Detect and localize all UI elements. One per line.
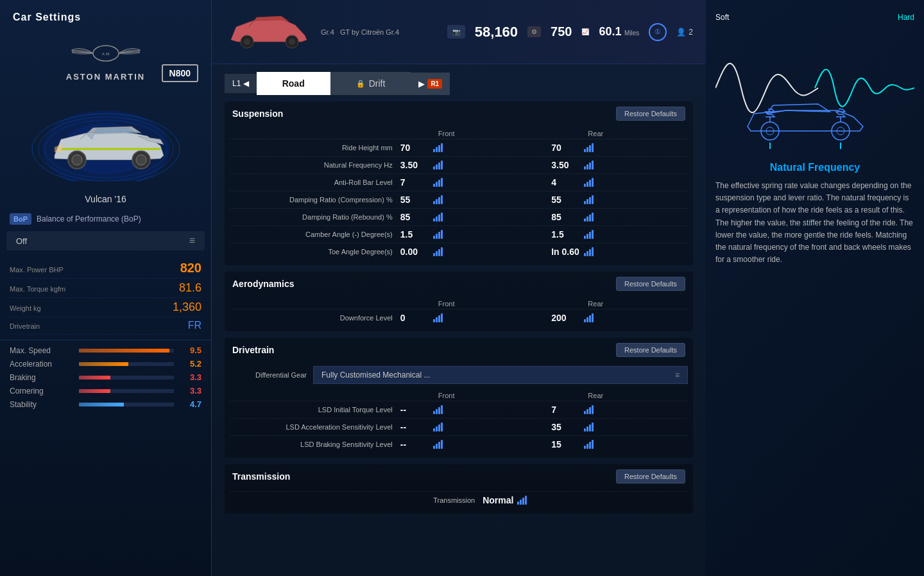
tab-prev-button[interactable]: L1 ◀ [225, 74, 257, 93]
menu-icon: ≡ [189, 235, 195, 247]
rear-value-cell[interactable]: 4 [551, 177, 683, 188]
rating-value: 4.7 [179, 399, 201, 409]
rear-bar-icon [584, 423, 594, 432]
suspension-restore-button[interactable]: Restore Defaults [616, 107, 685, 121]
aerodynamics-table: Front Rear Downforce Level 0 200 [225, 296, 693, 331]
rear-bar-icon [584, 247, 594, 256]
suspension-col-headers: Front Rear [230, 128, 688, 139]
front-value-cell[interactable]: 0.00 [400, 247, 532, 257]
transmission-restore-button[interactable]: Restore Defaults [616, 469, 685, 484]
dt-rear-header: Rear [533, 392, 658, 399]
front-value-cell[interactable]: 3.50 [400, 160, 532, 170]
front-value-cell[interactable]: -- [400, 405, 532, 415]
right-panel: Soft Hard [706, 0, 924, 576]
front-value: 0 [400, 313, 429, 323]
rear-value-cell[interactable]: 35 [551, 422, 683, 432]
svg-point-13 [244, 39, 250, 45]
rating-bar [79, 403, 124, 406]
settings-icon[interactable]: ⚙ [527, 26, 541, 37]
drivetrain-col-headers: Front Rear [230, 390, 688, 401]
front-value-cell[interactable]: 70 [400, 143, 532, 153]
svg-point-10 [136, 155, 146, 165]
rear-value-cell[interactable]: 55 [551, 195, 683, 205]
front-value-cell[interactable]: 1.5 [400, 229, 532, 240]
front-value-cell[interactable]: -- [400, 422, 532, 432]
sidebar: Car Settings AM ASTON MARTIN N800 [0, 0, 212, 576]
rear-bar-icon [584, 143, 594, 152]
front-value: 55 [400, 195, 429, 205]
rating-label: Acceleration [10, 360, 74, 369]
rear-value-cell[interactable]: In 0.60 [551, 247, 683, 257]
tab-road-button[interactable]: Road [257, 72, 330, 95]
off-row[interactable]: Off ≡ [6, 231, 205, 250]
rear-value-cell[interactable]: 200 [551, 313, 683, 323]
rear-value-cell[interactable]: 70 [551, 143, 683, 153]
rear-bar-icon [584, 178, 594, 187]
rear-value-cell[interactable]: 1.5 [551, 229, 683, 240]
front-bar-icon [433, 195, 443, 204]
suspension-title: Suspension [232, 109, 283, 119]
rating-bar [79, 362, 128, 366]
front-bar-icon [433, 440, 443, 449]
tab-next-button[interactable]: ▶ R1 [411, 73, 450, 95]
diff-gear-label: Differential Gear [230, 371, 307, 379]
drivetrain-rows: LSD Initial Torque Level -- 7 LSD Accele… [230, 401, 688, 453]
front-value: 70 [400, 143, 429, 153]
settings-scroll-area[interactable]: Suspension Restore Defaults Front Rear R… [212, 95, 706, 568]
table-row: Camber Angle (-) Degree(s) 1.5 1.5 [230, 225, 688, 243]
rear-value: 35 [551, 422, 580, 432]
rear-value-cell[interactable]: 85 [551, 212, 683, 222]
aero-rear-header: Rear [533, 300, 658, 308]
rear-value: 55 [551, 195, 580, 205]
aerodynamics-restore-button[interactable]: Restore Defaults [616, 277, 685, 291]
rear-bar-icon [584, 405, 594, 414]
rating-bar [79, 376, 110, 380]
diff-gear-value-box[interactable]: Fully Customised Mechanical ... ≡ [313, 366, 688, 384]
rating-label: Max. Speed [10, 346, 74, 355]
front-value-cell[interactable]: 55 [400, 195, 532, 205]
bop-full-text: Balance of Performance (BoP) [37, 214, 141, 223]
miles-value: 60.1 [599, 25, 621, 38]
tab-drift-label: Drift [369, 78, 386, 89]
stat-row-weight: Weight kg 1,360 [10, 298, 201, 317]
tab-drift-button[interactable]: 🔒 Drift [330, 72, 411, 95]
rear-value-cell[interactable]: 15 [551, 439, 683, 449]
rating-value: 3.3 [179, 372, 201, 382]
front-value: -- [400, 422, 429, 432]
front-value: 7 [400, 177, 429, 188]
tab-prev-label: L1 [232, 79, 241, 88]
drivetrain-value: FR [188, 320, 201, 331]
front-value-cell[interactable]: -- [400, 439, 532, 449]
torque-value: 81.6 [179, 281, 201, 295]
camera-icon[interactable]: 📷 [447, 25, 465, 39]
rear-value: In 0.60 [551, 247, 580, 257]
table-row: Ride Height mm 70 70 [230, 139, 688, 156]
front-value-cell[interactable]: 0 [400, 313, 532, 323]
chart-icon: 📈 [581, 28, 589, 35]
rating-label: Braking [10, 373, 74, 382]
miles-display: 60.1 Miles [599, 25, 639, 39]
suspension-section: Suspension Restore Defaults Front Rear R… [225, 101, 693, 265]
row-label: LSD Braking Sensitivity Level [235, 441, 400, 448]
front-value-cell[interactable]: 85 [400, 212, 532, 222]
transmission-value-cell: Normal [483, 495, 683, 505]
car-image [22, 98, 189, 181]
table-row: Anti-Roll Bar Level 7 4 [230, 173, 688, 191]
aerodynamics-section: Aerodynamics Restore Defaults Front Rear… [225, 272, 693, 331]
drivetrain-restore-button[interactable]: Restore Defaults [616, 343, 685, 357]
row-label: Camber Angle (-) Degree(s) [235, 231, 400, 238]
front-bar-icon [433, 313, 443, 322]
stat-row-torque: Max. Torque kgfm 81.6 [10, 279, 201, 298]
rating-bar [79, 349, 169, 353]
front-value-cell[interactable]: 7 [400, 177, 532, 188]
diff-gear-menu-icon: ≡ [675, 371, 680, 380]
pp-value: 750 [551, 24, 572, 39]
rating-bar-container [79, 403, 174, 406]
row-label: Toe Angle Degree(s) [235, 248, 400, 256]
rear-value-cell[interactable]: 3.50 [551, 160, 683, 170]
wave-diagram [715, 27, 914, 155]
rear-value-cell[interactable]: 7 [551, 405, 683, 415]
rear-value: 4 [551, 177, 580, 188]
rear-value: 7 [551, 405, 580, 415]
drivetrain-section: Drivetrain Restore Defaults Differential… [225, 338, 693, 458]
